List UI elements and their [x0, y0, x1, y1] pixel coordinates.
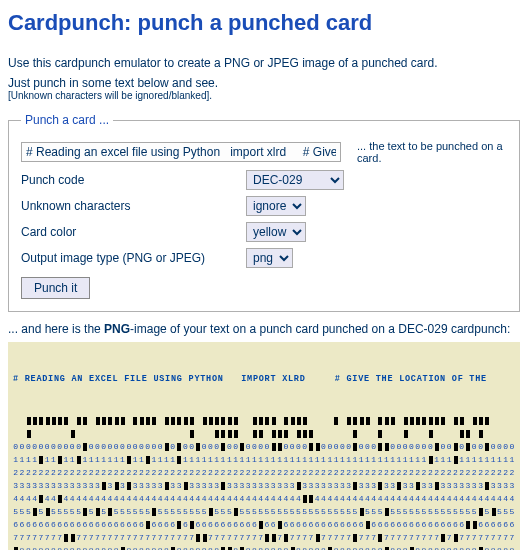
text-input[interactable]	[21, 142, 341, 162]
out-label: Output image type (PNG or JPEG)	[21, 251, 246, 265]
punch-row: 8888888888888888888888888888888888888888…	[13, 545, 515, 550]
punch-row: 5555555555555555555555555555555555555555…	[13, 506, 515, 519]
punch-row: 0000000000000000000000000000000000000000…	[13, 441, 515, 454]
out-select[interactable]: png	[246, 248, 293, 268]
code-label: Punch code	[21, 173, 246, 187]
punch-card-image: # READING AN EXCEL FILE USING PYTHON IMP…	[8, 342, 520, 550]
out-row: Output image type (PNG or JPEG) png	[21, 245, 507, 271]
text-after-label: ... the text to be punched on a card.	[351, 140, 507, 164]
color-select[interactable]: yellow	[246, 222, 306, 242]
result-line: ... and here is the PNG-image of your te…	[8, 322, 520, 336]
punch-row: 2222222222222222222222222222222222222222…	[13, 467, 515, 480]
punch-row: 4444444444444444444444444444444444444444…	[13, 493, 515, 506]
color-label: Card color	[21, 225, 246, 239]
hint-line-1: Just punch in some text below and see.	[8, 76, 520, 90]
text-row: ... the text to be punched on a card.	[21, 137, 507, 167]
code-row: Punch code DEC-029	[21, 167, 507, 193]
color-row: Card color yellow	[21, 219, 507, 245]
code-select[interactable]: DEC-029	[246, 170, 344, 190]
punch-row	[13, 428, 515, 441]
punch-row: 6666666666666666666666666666666666666666…	[13, 519, 515, 532]
punch-row	[13, 415, 515, 428]
page-title: Cardpunch: punch a punched card	[8, 8, 520, 36]
punch-row: 1111111111111111111111111111111111111111…	[13, 454, 515, 467]
intro-text: Use this cardpunch emulator to create a …	[8, 56, 520, 70]
card-text-row: # READING AN EXCEL FILE USING PYTHON IMP…	[13, 373, 515, 386]
punch-form: Punch a card ... ... the text to be punc…	[8, 113, 520, 312]
punch-row: 3333333333333333333333333333333333333333…	[13, 480, 515, 493]
submit-button[interactable]: Punch it	[21, 277, 90, 299]
unk-select[interactable]: ignore	[246, 196, 306, 216]
punch-row: 7777777777777777777777777777777777777777…	[13, 532, 515, 545]
fieldset-legend: Punch a card ...	[21, 113, 113, 127]
unk-label: Unknown characters	[21, 199, 246, 213]
hint-line-2: [Unknown characters will be ignored/blan…	[8, 90, 520, 101]
unk-row: Unknown characters ignore	[21, 193, 507, 219]
